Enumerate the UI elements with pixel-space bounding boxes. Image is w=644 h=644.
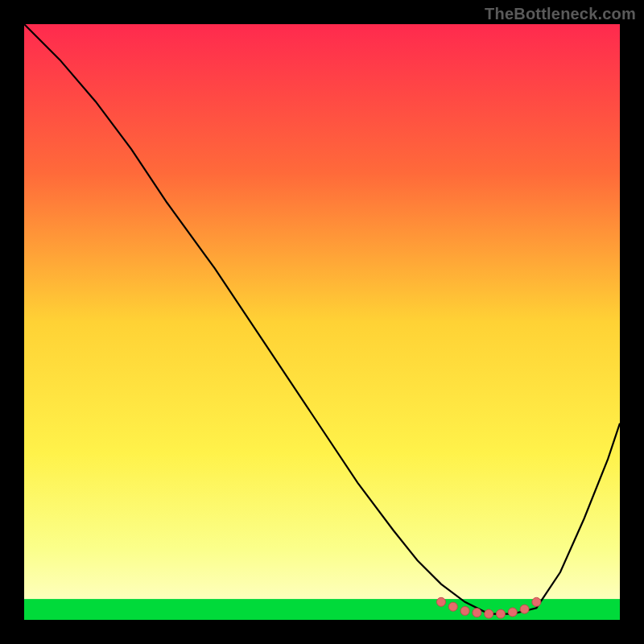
highlight-dot xyxy=(460,606,469,615)
watermark-text: TheBottleneck.com xyxy=(485,5,636,23)
highlight-dot xyxy=(497,609,506,618)
chart-stage: TheBottleneck.com xyxy=(0,0,644,644)
highlight-dot xyxy=(437,597,446,606)
gradient-background xyxy=(24,24,620,620)
plot-area xyxy=(24,24,620,620)
highlight-dot xyxy=(508,608,517,617)
highlight-dot xyxy=(473,609,481,617)
highlight-dot xyxy=(448,602,457,611)
highlight-dot xyxy=(485,609,493,618)
plot-svg xyxy=(24,24,620,620)
highlight-dot xyxy=(532,597,541,606)
highlight-dot xyxy=(520,605,529,613)
